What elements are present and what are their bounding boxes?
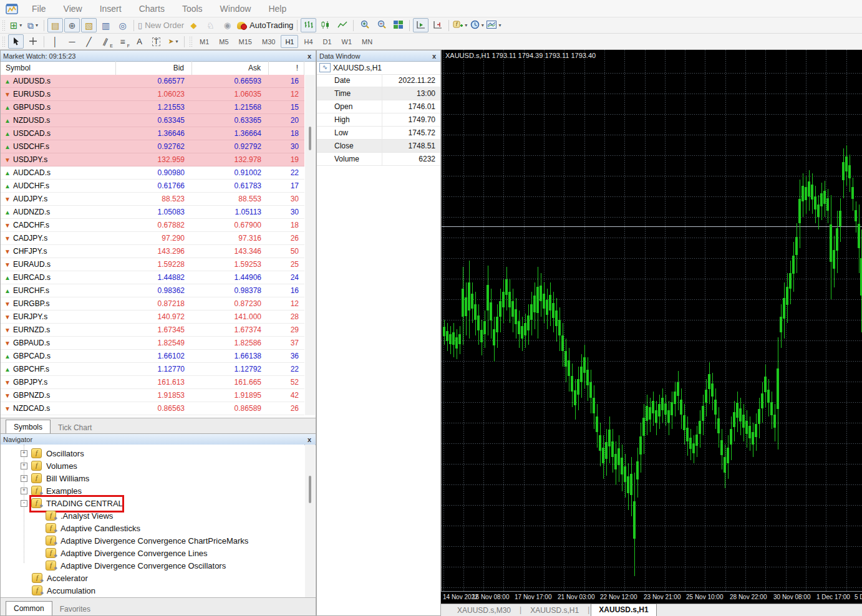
chart-tab-xauusd-s-h1[interactable]: XAUUSD.s,H1 — [523, 605, 586, 616]
chart-time-axis[interactable]: 14 Nov 202216 Nov 08:0017 Nov 17:0021 No… — [441, 591, 862, 604]
menu-item-tools[interactable]: Tools — [173, 1, 211, 17]
autotrading-button[interactable]: AutoTrading — [236, 18, 294, 32]
menu-item-view[interactable]: View — [55, 1, 91, 17]
new-chart-button[interactable]: ⊞▾ — [8, 18, 24, 32]
column-header-symbol[interactable]: Symbol — [1, 61, 116, 75]
navigator-scrollbar[interactable] — [305, 445, 315, 598]
menu-item-help[interactable]: Help — [259, 1, 295, 17]
chevron-down-icon[interactable]: ▾ — [482, 23, 484, 28]
timeframe-d1-button[interactable]: D1 — [319, 35, 336, 48]
navigator-item-accumulation[interactable]: fAccumulation — [1, 584, 304, 597]
chevron-down-icon[interactable]: ▾ — [176, 39, 178, 44]
market-watch-row-audchf.s[interactable]: ▲AUDCHF.s0.617660.6178317 — [1, 180, 304, 193]
navigator-tab-favorites[interactable]: Favorites — [52, 603, 98, 615]
vertical-line-button[interactable]: │ — [47, 34, 63, 49]
timeframe-m15-button[interactable]: M15 — [235, 35, 256, 48]
bars-chart-button[interactable] — [301, 18, 316, 32]
market-watch-row-audcad.s[interactable]: ▲AUDCAD.s0.909800.9100222 — [1, 166, 304, 180]
market-watch-row-nzdusd.s[interactable]: ▲NZDUSD.s0.633450.6336520 — [1, 114, 304, 127]
market-watch-scrollbar[interactable] — [305, 75, 315, 415]
navigator-item-adaptive-divergence-convergence-chartpricemarks[interactable]: fAdaptive Divergence Convergence ChartPr… — [1, 534, 304, 547]
auto-scroll-button[interactable] — [413, 18, 429, 32]
timeframe-m1-button[interactable]: M1 — [195, 35, 213, 48]
market-watch-row-eurusd.s[interactable]: ▼EURUSD.s1.060231.0603512 — [1, 88, 304, 101]
strategy-tester-button[interactable]: ◎ — [115, 18, 130, 32]
chevron-down-icon[interactable]: ▾ — [19, 23, 22, 28]
market-watch-row-gbpjpy.s[interactable]: ▼GBPJPY.s161.613161.66552 — [1, 376, 304, 389]
indicators-button[interactable]: f▾ — [452, 18, 468, 32]
scrollbar-thumb[interactable] — [309, 127, 311, 150]
market-watch-row-eurchf.s[interactable]: ▲EURCHF.s0.983620.9837816 — [1, 284, 304, 297]
market-watch-tab-tick-chart[interactable]: Tick Chart — [51, 421, 99, 434]
navigator-tab-common[interactable]: Common — [6, 601, 52, 615]
terminal-button[interactable]: ▥ — [98, 18, 114, 32]
expand-icon[interactable]: + — [21, 463, 27, 469]
toolbar-grip[interactable] — [2, 20, 5, 31]
chevron-down-icon[interactable]: ▾ — [465, 23, 467, 28]
timeframe-mn-button[interactable]: MN — [357, 35, 377, 48]
column-header-ask[interactable]: Ask — [192, 61, 269, 75]
market-watch-row-audjpy.s[interactable]: ▼AUDJPY.s88.52388.55330 — [1, 193, 304, 206]
chart-shift-button[interactable] — [430, 18, 445, 32]
column-header-spread[interactable]: ! — [269, 61, 304, 75]
expand-icon[interactable]: + — [21, 475, 27, 482]
market-watch-row-cadjpy.s[interactable]: ▼CADJPY.s97.29097.31626 — [1, 232, 304, 245]
text-button[interactable]: A — [132, 34, 147, 49]
expand-icon[interactable]: + — [21, 450, 27, 457]
market-watch-row-eurnzd.s[interactable]: ▼EURNZD.s1.673451.6737429 — [1, 324, 304, 337]
market-watch-row-audusd.s[interactable]: ▲AUDUSD.s0.665770.6659316 — [1, 75, 304, 88]
chevron-down-icon[interactable]: ▾ — [498, 23, 501, 28]
timeframe-h4-button[interactable]: H4 — [299, 35, 317, 48]
data-window-button[interactable]: ⊕ — [64, 18, 80, 32]
market-watch-row-gbpcad.s[interactable]: ▲GBPCAD.s1.661021.6613836 — [1, 350, 304, 363]
collapse-icon[interactable]: - — [21, 500, 27, 507]
market-watch-row-eurcad.s[interactable]: ▲EURCAD.s1.448821.4490624 — [1, 271, 304, 284]
market-watch-button[interactable]: ▤ — [47, 18, 63, 32]
navigator-item-volumes[interactable]: +fVolumes — [1, 460, 304, 472]
navigator-item-oscillators[interactable]: +fOscillators — [1, 447, 304, 460]
navigator-item-adaptive-divergence-convergence-lines[interactable]: fAdaptive Divergence Convergence Lines — [1, 547, 304, 559]
market-watch-row-gbpnzd.s[interactable]: ▼GBPNZD.s1.918531.9189542 — [1, 389, 304, 402]
market-watch-row-chfjpy.s[interactable]: ▼CHFJPY.s143.296143.34650 — [1, 245, 304, 258]
market-watch-row-usdchf.s[interactable]: ▲USDCHF.s0.927620.9279230 — [1, 140, 304, 153]
navigator-item-adaptive-candlesticks[interactable]: fAdaptive Candlesticks — [1, 522, 304, 534]
line-chart-button[interactable] — [334, 18, 350, 32]
chart-tab-xauusd-s-m30[interactable]: XAUUSD.s,M30 — [450, 605, 518, 616]
menu-item-file[interactable]: File — [23, 1, 55, 17]
toolbar-grip[interactable] — [189, 36, 192, 47]
market-watch-row-gbpchf.s[interactable]: ▲GBPCHF.s1.127701.1279222 — [1, 363, 304, 376]
timeframe-w1-button[interactable]: W1 — [337, 35, 357, 48]
equidistant-channel-button[interactable]: ∥E — [98, 34, 114, 49]
menu-item-insert[interactable]: Insert — [91, 1, 130, 17]
navigator-item-accelerator[interactable]: fAccelerator — [1, 572, 304, 584]
metaeditor-button[interactable]: ◆ — [186, 18, 201, 32]
market-watch-row-euraud.s[interactable]: ▼EURAUD.s1.592281.5925325 — [1, 258, 304, 271]
column-header-bid[interactable]: Bid — [116, 61, 192, 75]
timeframe-h1-button[interactable]: H1 — [281, 35, 298, 48]
market-watch-row-nzdcad.s[interactable]: ▼NZDCAD.s0.865630.8658926 — [1, 402, 304, 415]
text-label-button[interactable]: T — [148, 34, 164, 49]
experts-button[interactable]: ♘ — [203, 18, 218, 32]
cursor-button[interactable] — [8, 34, 24, 49]
horizontal-line-button[interactable]: ─ — [64, 34, 80, 49]
close-icon[interactable]: x — [306, 52, 313, 60]
timeframe-m30-button[interactable]: M30 — [258, 35, 279, 48]
candles-chart-button[interactable] — [317, 18, 333, 32]
menu-item-window[interactable]: Window — [211, 1, 260, 17]
expand-icon[interactable]: + — [21, 488, 27, 494]
market-watch-row-usdcad.s[interactable]: ▲USDCAD.s1.366461.3666418 — [1, 127, 304, 140]
periods-button[interactable]: ▾ — [469, 18, 485, 32]
trendline-button[interactable]: ╱ — [81, 34, 97, 49]
navigator-button[interactable]: ▧ — [81, 18, 97, 32]
chart-plot-area[interactable]: XAUUSD.s,H1 1793.11 1794.39 1793.11 1793… — [441, 50, 862, 591]
market-watch-row-usdjpy.s[interactable]: ▼USDJPY.s132.959132.97819 — [1, 153, 304, 166]
navigator-item-bill-williams[interactable]: +fBill Williams — [1, 472, 304, 484]
profiles-button[interactable]: ⧉▾ — [25, 18, 41, 32]
timeframe-m5-button[interactable]: M5 — [215, 35, 233, 48]
close-icon[interactable]: x — [306, 436, 313, 443]
arrows-button[interactable]: ➤▾ — [165, 34, 181, 49]
tile-windows-button[interactable] — [390, 18, 406, 32]
chevron-down-icon[interactable]: ▾ — [36, 23, 38, 28]
navigator-item--analyst-views[interactable]: f.Analyst Views — [1, 509, 304, 522]
close-icon[interactable]: x — [430, 52, 438, 60]
